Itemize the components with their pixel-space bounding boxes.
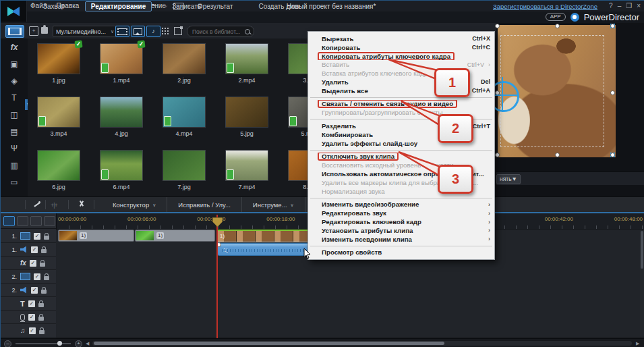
room-title-room[interactable]: T — [1, 89, 28, 106]
track-lane[interactable] — [56, 297, 644, 311]
minimize-button[interactable]: – — [618, 2, 622, 9]
notification-bell-icon[interactable] — [570, 13, 579, 22]
toolbar-button-Конструктор[interactable]: Конструктор∨ — [102, 197, 167, 213]
timeline-clip[interactable]: 1) — [135, 230, 215, 242]
track-lock-icon[interactable] — [38, 303, 44, 307]
scroll-right-icon[interactable]: ▶ — [636, 341, 639, 346]
library-item[interactable]: 7.mp4 — [220, 150, 274, 190]
tab-Редактирование[interactable]: Редактирование — [85, 1, 152, 11]
library-item[interactable]: 2.jpg — [157, 43, 211, 84]
track-enable-checkbox[interactable]: ✓ — [31, 246, 38, 253]
handle-dot[interactable] — [495, 24, 500, 28]
room-audio-mixing-room[interactable]: ▤ — [1, 123, 28, 140]
timeline-vertical-scrollbar[interactable] — [640, 230, 644, 338]
library-item[interactable]: 7.jpg — [157, 150, 211, 190]
zoom-slider-knob[interactable] — [57, 341, 62, 346]
track-enable-checkbox[interactable]: ✓ — [29, 327, 36, 334]
trim-icon[interactable]: +|+ — [51, 202, 57, 209]
context-menu-item[interactable]: Отключить звук клипа — [308, 153, 494, 161]
tab-Записать результат[interactable]: Записать результат — [167, 2, 238, 11]
subtitle-toggle-icon[interactable] — [17, 216, 28, 226]
zoom-slider[interactable] — [16, 343, 71, 344]
tab-Создать диск[interactable]: Создать диск — [254, 2, 306, 11]
filter-video-button[interactable] — [115, 26, 129, 37]
track-lock-icon[interactable] — [40, 263, 45, 267]
magic-wand-icon[interactable] — [33, 201, 40, 209]
filter-photo-button[interactable] — [131, 26, 145, 37]
detach-library-icon[interactable] — [174, 27, 182, 35]
library-item[interactable]: 2.mp4 — [220, 43, 274, 84]
context-menu-item[interactable]: Редактировать звук› — [308, 209, 494, 217]
scrollbar-thumb[interactable] — [94, 342, 444, 345]
import-media-icon[interactable]: + — [29, 26, 38, 36]
library-category-dropdown[interactable]: Мультимедийно... ∨ — [53, 26, 117, 37]
track-enable-checkbox[interactable]: ✓ — [28, 300, 35, 307]
directorzone-register-link[interactable]: Зарегистрироваться в DirectorZone — [493, 3, 597, 10]
track-enable-checkbox[interactable]: ✓ — [34, 273, 40, 280]
track-enable-checkbox[interactable]: ✓ — [34, 233, 40, 240]
context-menu-item[interactable]: ВырезатьCtrl+X — [308, 34, 494, 43]
track-lane[interactable] — [56, 270, 644, 284]
library-item[interactable]: 6.jpg — [32, 150, 86, 190]
range-select-icon[interactable] — [30, 216, 42, 226]
context-menu-item[interactable]: Связать / отменить связь аудио и видео — [308, 100, 494, 109]
context-menu-item[interactable]: Установить атрибуты клипа› — [308, 226, 494, 235]
close-button[interactable]: × — [637, 2, 641, 9]
context-menu-item[interactable]: Просмотр свойств — [308, 248, 494, 257]
timeline-clip[interactable]: 1) — [58, 230, 134, 242]
library-item[interactable]: 3.mp4 — [32, 97, 86, 137]
handle-dot[interactable] — [610, 90, 615, 95]
pip-selection-box[interactable] — [497, 26, 613, 155]
handle-dot[interactable] — [610, 24, 615, 28]
zoom-in-button[interactable]: + — [75, 340, 82, 347]
search-input[interactable] — [191, 28, 245, 36]
track-lock-icon[interactable] — [38, 317, 44, 321]
context-menu-item[interactable]: КопироватьCtrl+C — [308, 43, 494, 52]
context-menu-item[interactable]: Копировать атрибуты ключевого кадра — [308, 52, 494, 61]
track-lock-icon[interactable] — [39, 330, 45, 334]
handle-dot[interactable] — [495, 153, 500, 157]
track-enable-checkbox[interactable]: ✓ — [28, 314, 35, 321]
track-lock-icon[interactable] — [44, 276, 49, 280]
room-voiceover-room[interactable]: Ψ — [1, 140, 28, 157]
track-lock-icon[interactable] — [41, 249, 47, 253]
media-room-button[interactable] — [5, 25, 24, 38]
grid-view-icon[interactable] — [161, 27, 169, 34]
app-badge[interactable]: APP — [546, 13, 566, 21]
room-particle-room[interactable]: ◈ — [1, 72, 28, 89]
room-chapter-room[interactable]: ▥ — [1, 157, 28, 174]
tab-Захват[interactable]: Захват — [38, 2, 70, 11]
library-item[interactable]: 6.mp4 — [94, 150, 148, 190]
room-subtitle-room[interactable]: ▭ — [1, 174, 28, 190]
timeline-scrollbar[interactable] — [92, 341, 632, 346]
room-effect-room[interactable]: fx — [1, 38, 28, 55]
handle-dot[interactable] — [610, 153, 615, 157]
toolbar-button-Исправить / Улу...[interactable]: Исправить / Улу... — [167, 197, 242, 213]
track-lane[interactable] — [56, 284, 644, 298]
snap-icon[interactable] — [44, 216, 55, 226]
plugin-icon[interactable] — [41, 27, 48, 34]
help-button[interactable]: ? — [609, 2, 613, 9]
library-search[interactable] — [187, 26, 254, 37]
track-lane[interactable] — [56, 311, 644, 325]
track-lock-icon[interactable] — [44, 236, 49, 240]
library-item[interactable]: 4.mp4 — [157, 97, 211, 137]
zoom-out-button[interactable]: – — [4, 340, 11, 347]
context-menu-item[interactable]: Изменить псевдоним клипа› — [308, 235, 494, 244]
toolbar-button-Инструме...[interactable]: Инструме...∨ — [242, 197, 305, 213]
library-item[interactable]: 5.jpg — [220, 97, 274, 137]
scroll-left-icon[interactable]: ◀ — [86, 341, 89, 346]
track-manager-icon[interactable] — [3, 216, 15, 226]
split-scissors-icon[interactable] — [78, 201, 85, 209]
filter-audio-button[interactable]: ♪ — [146, 26, 160, 37]
library-item[interactable]: ✓1.jpg — [32, 43, 86, 84]
context-menu-item[interactable]: Изменить видео/изображение› — [308, 201, 494, 209]
track-lock-icon[interactable] — [41, 290, 47, 294]
handle-dot[interactable] — [555, 153, 560, 157]
library-item[interactable]: 4.jpg — [94, 97, 148, 137]
playhead-line[interactable] — [216, 215, 218, 338]
track-enable-checkbox[interactable]: ✓ — [30, 260, 36, 267]
handle-dot[interactable] — [555, 24, 560, 28]
track-lane[interactable] — [56, 324, 644, 338]
room-pip-objects-room[interactable]: ▣ — [1, 55, 28, 72]
